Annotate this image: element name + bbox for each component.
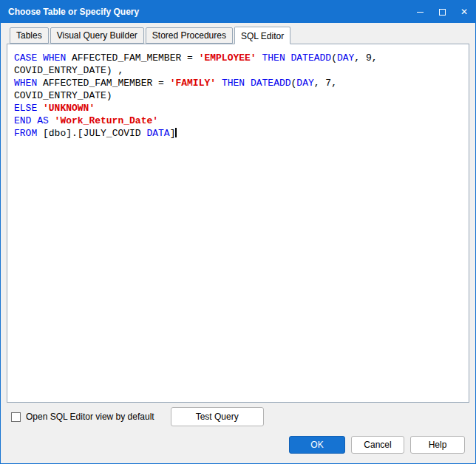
sql-line: ELSE 'UNKNOWN' [14,102,462,115]
sql-token-string: 'Work_Return_Date' [55,115,158,126]
sql-token-string: 'FAMILY' [170,78,216,89]
sql-line: COVID_ENTRY_DATE) [14,89,462,102]
sql-token-keyword: DATEADD [291,52,332,64]
sql-token-plain: , 7, [314,78,337,89]
minimize-icon [417,12,424,13]
sql-line: END AS 'Work_Return_Date' [14,115,462,127]
close-button[interactable]: ✕ [453,1,475,23]
sql-token-plain: , 9, [354,52,377,64]
test-query-button[interactable]: Test Query [171,407,264,426]
footer-button-row: OK Cancel Help [1,431,475,463]
tab-tables[interactable]: Tables [10,27,49,44]
close-icon: ✕ [460,7,468,16]
maximize-icon [439,9,446,16]
sql-token-plain [245,78,251,89]
sql-line: WHEN AFFECTED_FAM_MEMBER = 'FAMILY' THEN… [14,77,462,89]
minimize-button[interactable] [409,1,431,23]
tab-stored-procedures[interactable]: Stored Procedures [146,27,233,44]
sql-token-keyword: DAY [296,78,313,89]
help-button[interactable]: Help [410,436,465,454]
sql-token-keyword: THEN [262,52,285,64]
sql-token-plain: AFFECTED_FAM_MEMBER = [43,78,170,89]
sql-token-plain: AFFECTED_FAM_MEMBER = [72,52,199,64]
tab-sql-editor[interactable]: SQL Editor [234,27,290,44]
window-controls: ✕ [409,1,475,23]
sql-token-keyword: WHEN [14,78,43,89]
titlebar[interactable]: Choose Table or Specify Query ✕ [1,1,475,23]
sql-token-plain: COVID_ENTRY_DATE) [14,90,112,101]
sql-token-string: 'EMPLOYEE' [199,52,256,64]
sql-token-keyword: THEN [222,78,245,89]
maximize-button[interactable] [431,1,453,23]
sql-line: CASE WHEN AFFECTED_FAM_MEMBER = 'EMPLOYE… [14,52,462,64]
open-sql-editor-default-label: Open SQL Editor view by default [26,412,154,422]
sql-token-keyword: DATA [146,128,169,139]
options-row: Open SQL Editor view by default Test Que… [1,403,475,431]
sql-token-plain: COVID_ENTRY_DATE) , [14,65,123,76]
window-title: Choose Table or Specify Query [1,7,409,17]
sql-token-keyword: FROM [14,128,43,139]
sql-token-keyword: DATEADD [251,78,291,89]
tab-bar: TablesVisual Query BuilderStored Procedu… [1,23,475,44]
sql-line: FROM [dbo].[JULY_COVID DATA] [14,127,462,140]
text-caret [175,128,177,137]
dialog-window: Choose Table or Specify Query ✕ TablesVi… [0,0,476,464]
tab-visual-query-builder[interactable]: Visual Query Builder [50,27,144,44]
sql-token-plain [285,52,291,64]
open-sql-editor-default-checkbox[interactable] [11,412,21,422]
sql-token-keyword: CASE WHEN [14,52,72,64]
sql-line: COVID_ENTRY_DATE) , [14,64,462,77]
sql-token-keyword: DAY [337,52,354,64]
sql-token-plain: [dbo].[JULY_COVID [43,128,146,139]
sql-token-keyword: ELSE [14,103,43,114]
sql-token-plain [216,78,222,89]
sql-token-plain: ] [170,128,176,139]
sql-editor-tab-page: CASE WHEN AFFECTED_FAM_MEMBER = 'EMPLOYE… [7,44,469,403]
ok-button[interactable]: OK [289,436,345,454]
cancel-button[interactable]: Cancel [351,436,404,454]
sql-token-plain: ( [331,52,337,64]
sql-editor[interactable]: CASE WHEN AFFECTED_FAM_MEMBER = 'EMPLOYE… [7,44,469,402]
sql-token-string: 'UNKNOWN' [43,103,95,114]
sql-token-keyword: END AS [14,115,55,126]
